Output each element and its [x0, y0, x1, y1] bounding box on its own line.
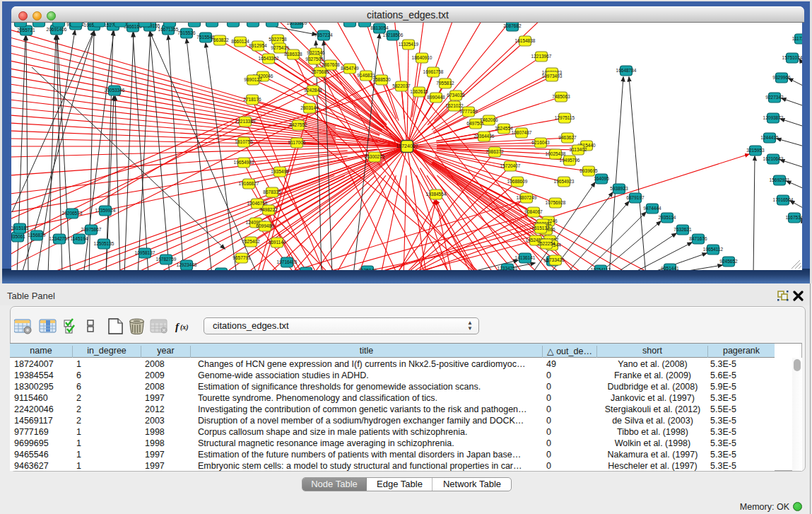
svg-text:164095: 164095: [594, 176, 609, 181]
svg-text:18807249: 18807249: [517, 195, 537, 200]
svg-text:19166827: 19166827: [239, 181, 259, 186]
svg-text:9242848: 9242848: [304, 88, 322, 93]
svg-text:3915181: 3915181: [11, 226, 29, 230]
svg-text:8660124: 8660124: [231, 39, 249, 44]
svg-text:9227342: 9227342: [765, 95, 784, 100]
svg-text:18724007: 18724007: [396, 144, 418, 148]
svg-text:8471676: 8471676: [689, 236, 707, 241]
svg-text:12213967: 12213967: [531, 54, 552, 59]
svg-text:2055721: 2055721: [17, 28, 35, 33]
svg-text:17334251: 17334251: [498, 266, 518, 270]
svg-text:8990448: 8990448: [427, 95, 445, 100]
svg-text:7986372: 7986372: [486, 149, 504, 154]
svg-text:935061: 935061: [11, 234, 25, 239]
svg-text:11325419: 11325419: [399, 42, 419, 47]
svg-text:12923448: 12923448: [177, 262, 197, 267]
svg-text:2867608: 2867608: [322, 62, 340, 67]
svg-text:9777169: 9777169: [459, 109, 478, 114]
svg-text:9474444: 9474444: [643, 206, 661, 211]
svg-text:1244415: 1244415: [760, 135, 779, 140]
svg-text:7625402: 7625402: [242, 239, 260, 244]
svg-text:18640910: 18640910: [412, 55, 433, 60]
svg-text:1156829: 1156829: [28, 233, 46, 238]
svg-text:1362615: 1362615: [410, 89, 428, 94]
svg-text:3113402: 3113402: [570, 147, 587, 152]
svg-text:3215953: 3215953: [746, 148, 765, 153]
svg-text:10688609: 10688609: [507, 179, 528, 184]
svg-text:12093872: 12093872: [763, 115, 784, 120]
svg-text:10025438: 10025438: [546, 151, 566, 156]
svg-text:20053346: 20053346: [105, 88, 125, 93]
svg-text:1810755: 1810755: [235, 139, 253, 144]
svg-text:1691144: 1691144: [269, 240, 286, 245]
svg-text:1615132: 1615132: [531, 226, 550, 230]
svg-text:5822037: 5822037: [392, 83, 411, 88]
svg-text:6734028: 6734028: [447, 93, 465, 98]
svg-text:2087682: 2087682: [503, 23, 522, 28]
svg-text:10756928: 10756928: [546, 200, 566, 205]
svg-text:9245652: 9245652: [719, 259, 738, 264]
svg-text:3624554: 3624554: [495, 126, 513, 131]
svg-text:15692921: 15692921: [770, 177, 790, 182]
svg-text:10754112: 10754112: [591, 267, 611, 270]
svg-text:9329966: 9329966: [772, 75, 791, 80]
svg-text:19716485: 19716485: [277, 259, 298, 264]
svg-text:12342757: 12342757: [49, 236, 70, 241]
svg-text:1145194: 1145194: [71, 236, 88, 241]
svg-text:9351441: 9351441: [661, 266, 679, 270]
svg-text:17359924: 17359924: [95, 208, 116, 213]
svg-text:1588520: 1588520: [372, 77, 391, 82]
svg-text:9084067: 9084067: [524, 209, 543, 214]
svg-text:15751074: 15751074: [782, 55, 802, 60]
svg-text:2522254: 2522254: [537, 241, 555, 246]
svg-text:20206573: 20206573: [62, 211, 83, 216]
svg-text:8813054: 8813054: [370, 25, 389, 30]
svg-text:8427552: 8427552: [289, 122, 307, 127]
svg-text:19654983: 19654983: [234, 160, 254, 165]
svg-text:3575685: 3575685: [311, 69, 329, 74]
svg-text:12213389: 12213389: [235, 119, 256, 124]
svg-text:19495796: 19495796: [560, 158, 580, 163]
svg-text:16648784: 16648784: [616, 68, 637, 73]
svg-text:10654112: 10654112: [703, 247, 724, 252]
svg-text:8454749: 8454749: [341, 66, 359, 71]
svg-text:9327505: 9327505: [305, 57, 324, 62]
svg-text:9275419: 9275419: [271, 45, 289, 50]
svg-text:1733426: 1733426: [546, 257, 565, 262]
svg-text:19654923: 19654923: [554, 179, 575, 184]
svg-text:7357224: 7357224: [314, 33, 333, 37]
svg-text:12505135: 12505135: [94, 241, 114, 246]
svg-text:7485063: 7485063: [552, 94, 570, 99]
svg-text:2718176: 2718176: [243, 97, 261, 102]
svg-text:1167534: 1167534: [786, 215, 802, 220]
svg-text:16543362: 16543362: [259, 56, 279, 61]
svg-text:10973493: 10973493: [542, 74, 563, 78]
svg-text:19218506: 19218506: [383, 33, 404, 37]
svg-text:7955812: 7955812: [436, 81, 454, 86]
svg-text:f: f: [175, 321, 180, 332]
svg-text:9890122: 9890122: [244, 77, 262, 82]
svg-text:6216043: 6216043: [531, 140, 550, 145]
svg-text:2935114: 2935114: [659, 215, 676, 220]
svg-text:12975115: 12975115: [555, 115, 575, 120]
svg-text:15720407: 15720407: [500, 163, 521, 168]
svg-text:16782759: 16782759: [156, 257, 177, 262]
svg-text:16154838: 16154838: [515, 38, 536, 43]
svg-text:9463627: 9463627: [558, 135, 577, 140]
svg-text:7462066: 7462066: [480, 117, 498, 122]
svg-text:2803144: 2803144: [300, 105, 319, 110]
svg-text:16961758: 16961758: [423, 69, 444, 74]
svg-text:26300275: 26300275: [365, 154, 385, 159]
svg-text:16671355: 16671355: [158, 27, 179, 32]
svg-text:8125049: 8125049: [358, 268, 377, 270]
svg-text:19384554: 19384554: [426, 192, 447, 197]
svg-text:6939695: 6939695: [579, 168, 598, 173]
svg-text:7663822: 7663822: [211, 37, 229, 42]
svg-text:9284507: 9284507: [297, 269, 315, 270]
svg-text:16033809: 16033809: [287, 23, 307, 25]
svg-text:8186328: 8186328: [284, 52, 302, 57]
svg-text:9498222: 9498222: [259, 207, 278, 212]
svg-text:7515526: 7515526: [177, 30, 196, 35]
svg-text:(x): (x): [180, 323, 189, 332]
svg-text:10807487: 10807487: [512, 130, 532, 135]
